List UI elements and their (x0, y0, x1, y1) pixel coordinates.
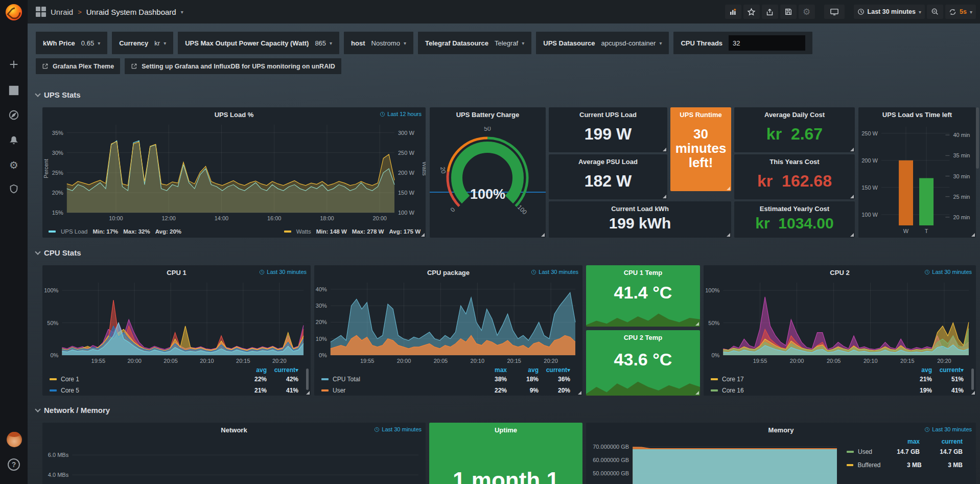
stat-value: kr 162.68 (734, 172, 855, 191)
var-kwh-price[interactable]: kWh Price 0.65▾ (36, 32, 107, 54)
panel-title[interactable]: UPS Load % (42, 111, 426, 119)
legend-series-name[interactable]: Used (858, 448, 872, 455)
panel-title[interactable]: UPS Runtime (670, 111, 731, 119)
clock-icon (531, 269, 536, 275)
help-icon[interactable]: ? (8, 458, 20, 471)
memory-chart[interactable]: 50.000000 GB60.000000 GB70.000000 GB (586, 436, 844, 484)
ups-load-chart[interactable]: 15%20%25%30%35%100 W150 W200 W250 W300 W… (42, 121, 426, 223)
share-button[interactable] (762, 5, 778, 19)
panel-title[interactable]: Estimated Yearly Cost (734, 205, 855, 213)
svg-text:19:55: 19:55 (360, 358, 375, 364)
legend-swatch (284, 231, 291, 233)
panel-title[interactable]: UPS Battery Charge (430, 111, 546, 119)
legend-series-name[interactable]: Buffered (857, 462, 880, 469)
legend-series-name[interactable]: Core 5 (61, 387, 79, 394)
var-host[interactable]: host Nostromo▾ (344, 32, 413, 54)
legend-series-name[interactable]: CPU Total (333, 376, 360, 383)
add-panel-button[interactable] (725, 5, 741, 19)
time-override-tag[interactable]: Last 30 minutes (259, 269, 307, 275)
legend-series-name[interactable]: UPS Load (61, 228, 87, 235)
cpu-package-chart[interactable]: 0%10%20%30%40%19:5520:0020:0520:1020:152… (314, 279, 582, 365)
var-value: 865 (315, 39, 326, 47)
svg-text:100%: 100% (705, 287, 719, 293)
section-cpu-stats[interactable]: CPU Stats (36, 248, 81, 257)
time-override-tag[interactable]: Last 30 minutes (374, 426, 422, 432)
legend-swatch (711, 378, 718, 380)
explore-icon[interactable] (8, 109, 20, 122)
cycle-view-tv-button[interactable] (824, 5, 845, 19)
panel-title[interactable]: Current UPS Load (549, 111, 667, 119)
panel-title[interactable]: Memory (586, 426, 976, 434)
legend-series-name[interactable]: Core 17 (722, 376, 744, 383)
legend-sort-column[interactable]: current▾ (267, 366, 298, 374)
refresh-button[interactable]: 5s ▾ (945, 5, 976, 19)
link-grafana-plex-theme[interactable]: Grafana Plex Theme (36, 58, 120, 74)
svg-text:30%: 30% (52, 150, 63, 156)
svg-text:0%: 0% (50, 352, 58, 358)
panel-title[interactable]: CPU 2 Temp (586, 334, 700, 341)
legend-scrollbar[interactable] (306, 368, 309, 390)
legend-series-name[interactable]: Core 1 (61, 376, 79, 383)
legend-scrollbar[interactable] (971, 368, 974, 390)
panel-title[interactable]: Average PSU Load (549, 158, 667, 166)
time-override-tag[interactable]: Last 30 minutes (924, 269, 972, 275)
svg-text:250 W: 250 W (398, 150, 414, 156)
var-ups-datasource[interactable]: UPS Datasource apcupsd-container▾ (536, 32, 669, 54)
panel-cpu2-temp: CPU 2 Temp 43.6 °C (586, 330, 700, 396)
svg-text:35%: 35% (52, 130, 63, 136)
configuration-gear-icon[interactable]: ⚙ (8, 159, 20, 171)
link-ups-monitoring-guide[interactable]: Setting up Grafana and InfluxDB for UPS … (125, 58, 341, 74)
panel-title[interactable]: Average Daily Cost (734, 111, 855, 119)
network-chart[interactable]: 2.0 MBs4.0 MBs6.0 MBs (42, 436, 426, 484)
alerting-bell-icon[interactable] (8, 134, 20, 147)
panel-title[interactable]: This Years Cost (734, 158, 855, 166)
svg-text:16:00: 16:00 (267, 215, 282, 221)
var-telegraf-datasource[interactable]: Telegraf Datasource Telegraf▾ (418, 32, 531, 54)
time-range-picker[interactable]: Last 30 minutes ▾ (854, 5, 925, 19)
page-scrollbar[interactable] (976, 107, 979, 169)
legend-swatch (847, 451, 854, 453)
svg-text:30 min: 30 min (953, 173, 970, 179)
panel-title[interactable]: UPS Load vs Time left (858, 111, 976, 119)
dashboards-icon[interactable] (8, 85, 20, 97)
var-currency[interactable]: Currency kr▾ (112, 32, 173, 54)
zoom-out-button[interactable] (927, 5, 943, 19)
save-button[interactable] (780, 5, 797, 19)
legend-series-name[interactable]: User (333, 387, 345, 394)
panel-title[interactable]: Current Load kWh (549, 205, 731, 213)
breadcrumb-dashboard[interactable]: Unraid System Dashboard (86, 8, 176, 16)
grafana-logo[interactable] (6, 4, 22, 20)
var-ups-max-output[interactable]: UPS Max Output Power Capacity (Watt) 865… (178, 32, 339, 54)
time-override-tag[interactable]: Last 12 hours (380, 111, 422, 117)
svg-text:20:20: 20:20 (937, 358, 951, 364)
breadcrumb-caret-icon[interactable]: ▾ (181, 9, 183, 15)
svg-text:30%: 30% (316, 303, 327, 309)
user-avatar[interactable] (7, 432, 22, 447)
server-admin-shield-icon[interactable] (8, 183, 20, 196)
cpu-threads-input[interactable] (729, 35, 805, 51)
legend-series-name[interactable]: Core 16 (722, 387, 744, 394)
legend-series-name[interactable]: Watts (296, 228, 311, 235)
svg-text:10:00: 10:00 (109, 215, 123, 221)
create-plus-icon[interactable] (8, 59, 20, 71)
dashboard-grid-icon[interactable] (36, 7, 46, 17)
dashboard-settings-gear-icon[interactable]: ⚙ (799, 5, 815, 19)
time-override-tag[interactable]: Last 30 minutes (924, 426, 972, 432)
cpu1-chart[interactable]: 0%50%100%19:5520:0020:0520:1020:1520:20 (42, 279, 311, 365)
panel-title[interactable]: Network (42, 426, 426, 434)
svg-text:100%: 100% (44, 287, 58, 293)
battery-gauge[interactable]: 02050100 (436, 127, 539, 224)
star-button[interactable] (743, 5, 760, 19)
section-network-memory[interactable]: Network / Memory (36, 406, 110, 414)
section-title: UPS Stats (44, 90, 81, 99)
ups-vs-time-bar-chart[interactable]: 100 W150 W200 W250 W20 min25 min30 min35… (858, 122, 976, 236)
time-override-tag[interactable]: Last 30 minutes (531, 269, 578, 275)
legend-sort-column[interactable]: current▾ (932, 366, 964, 374)
panel-title[interactable]: CPU 1 Temp (586, 269, 700, 276)
panel-title[interactable]: Uptime (429, 426, 582, 434)
svg-text:20:15: 20:15 (900, 358, 915, 364)
cpu2-chart[interactable]: 0%50%100%19:5520:0020:0520:1020:1520:20 (704, 279, 976, 365)
legend-sort-column[interactable]: current▾ (539, 366, 570, 374)
section-ups-stats[interactable]: UPS Stats (36, 90, 81, 99)
breadcrumb-folder[interactable]: Unraid (51, 8, 73, 16)
